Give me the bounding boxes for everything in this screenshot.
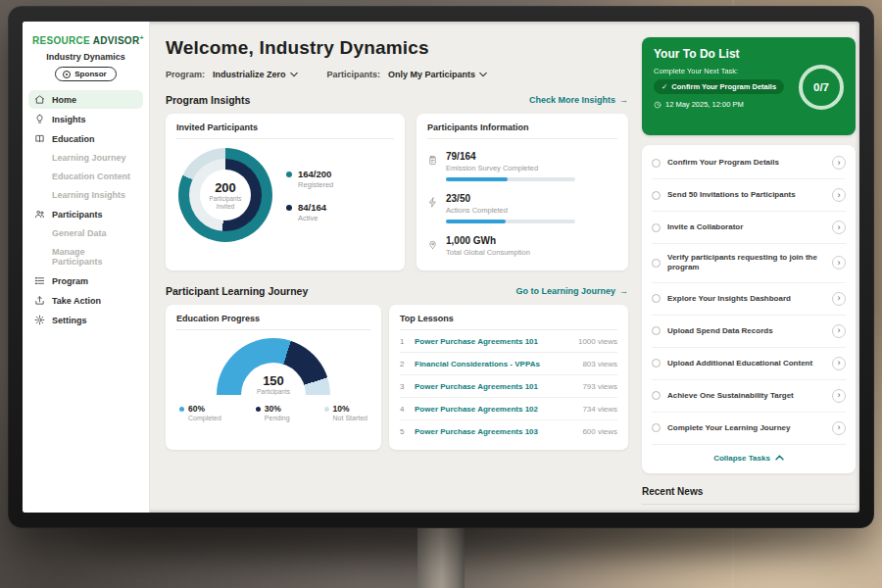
task-checkbox[interactable] — [652, 391, 661, 400]
task-checkbox[interactable] — [652, 326, 661, 335]
task-open-button[interactable]: › — [832, 292, 846, 306]
sidebar-item-home[interactable]: Home — [28, 90, 143, 109]
metric-label: Actions Completed — [446, 206, 575, 215]
sidebar-item-label: Take Action — [52, 296, 101, 306]
screen: RESOURCE ADVISOR+ Industry Dynamics Spon… — [23, 22, 859, 513]
app-logo: RESOURCE ADVISOR+ — [23, 22, 149, 50]
sidebar-item-label: Learning Insights — [52, 190, 125, 200]
legend-item-active: 84/164 Active — [286, 202, 333, 222]
collapse-tasks-button[interactable]: Collapse Tasks — [652, 445, 846, 471]
todo-tasks-card: Confirm Your Program Details › Send 50 I… — [642, 145, 856, 473]
task-row[interactable]: Confirm Your Program Details › — [652, 147, 846, 179]
lesson-link[interactable]: Financial Considerations - VPPAs — [415, 360, 575, 368]
sidebar-item-settings[interactable]: Settings — [28, 311, 143, 329]
sidebar-item-education-content[interactable]: Education Content — [28, 168, 143, 185]
task-checkbox[interactable] — [652, 259, 661, 268]
lesson-row: 2 Financial Considerations - VPPAs 803 v… — [400, 353, 617, 375]
task-checkbox[interactable] — [652, 159, 661, 168]
progress-bar-actions — [446, 220, 575, 223]
task-row[interactable]: Invite a Collaborator › — [652, 212, 846, 244]
check-more-insights-link[interactable]: Check More Insights → — [529, 95, 628, 105]
go-to-learning-journey-link[interactable]: Go to Learning Journey → — [515, 286, 628, 296]
chevron-right-icon: › — [838, 294, 841, 303]
sidebar-item-education[interactable]: Education — [28, 129, 143, 148]
sidebar-item-program[interactable]: Program — [28, 271, 143, 290]
task-row[interactable]: Achieve One Sustainability Target › — [652, 380, 846, 413]
task-open-button[interactable]: › — [832, 389, 846, 403]
sponsor-badge-icon — [63, 71, 71, 78]
education-progress-card: Education Progress 150 Participants — [166, 305, 381, 450]
lesson-link[interactable]: Power Purchase Agreements 102 — [415, 405, 575, 414]
task-open-button[interactable]: › — [832, 156, 846, 170]
sidebar: RESOURCE ADVISOR+ Industry Dynamics Spon… — [23, 22, 150, 513]
sidebar-item-label: Insights — [52, 115, 86, 124]
arrow-right-icon: → — [619, 286, 628, 296]
card-title: Top Lessons — [400, 314, 617, 330]
sidebar-item-take-action[interactable]: Take Action — [28, 291, 143, 310]
sidebar-item-general-data[interactable]: General Data — [28, 224, 143, 242]
recent-news-heading: Recent News — [642, 486, 856, 505]
journey-cards-row: Education Progress 150 Participants — [166, 305, 628, 450]
brand-name: RESOURCE — [32, 35, 90, 46]
task-open-button[interactable]: › — [832, 357, 846, 370]
legend-item-registered: 164/200 Registered — [286, 169, 333, 189]
lesson-rank: 4 — [400, 405, 408, 414]
todo-column: Your To Do List Complete Your Next Task:… — [642, 37, 856, 505]
task-open-button[interactable]: › — [832, 188, 846, 202]
donut-legend: 164/200 Registered 84/164 Active — [286, 169, 333, 222]
participants-filter-select[interactable]: Only My Participants — [388, 70, 487, 79]
sidebar-item-manage-participants[interactable]: Manage Participants — [28, 243, 143, 270]
task-open-button[interactable]: › — [832, 256, 846, 270]
lesson-row: 3 Power Purchase Agreements 101 793 view… — [400, 375, 617, 398]
legend-dot-pending — [256, 407, 261, 412]
task-open-button[interactable]: › — [832, 324, 846, 338]
task-row[interactable]: Verify participants requesting to join t… — [652, 244, 846, 283]
lesson-link[interactable]: Power Purchase Agreements 101 — [415, 382, 575, 391]
task-checkbox[interactable] — [652, 423, 661, 432]
card-title: Invited Participants — [176, 122, 394, 139]
metric-label: Emission Survey Completed — [446, 164, 575, 172]
task-checkbox[interactable] — [652, 191, 661, 200]
gear-icon — [34, 315, 45, 325]
task-row[interactable]: Complete Your Learning Journey › — [652, 413, 846, 445]
clipboard-icon — [427, 152, 438, 163]
task-row[interactable]: Upload Additional Educational Content › — [652, 348, 846, 380]
brand-suffix: ADVISOR — [93, 35, 140, 46]
sidebar-item-label: Education — [52, 134, 95, 144]
sidebar-item-label: General Data — [52, 228, 107, 238]
home-icon — [34, 94, 45, 105]
lesson-link[interactable]: Power Purchase Agreements 103 — [415, 427, 575, 436]
sidebar-item-label: Learning Journey — [52, 153, 126, 163]
task-row[interactable]: Send 50 Invitations to Participants › — [652, 179, 846, 212]
task-open-button[interactable]: › — [832, 220, 846, 234]
next-task-pill[interactable]: ✓ Confirm Your Program Details — [654, 79, 784, 94]
metric-row-survey: 79/164 Emission Survey Completed — [427, 151, 617, 181]
task-open-button[interactable]: › — [832, 421, 846, 435]
legend-item-completed: 60% Completed — [179, 404, 221, 421]
task-checkbox[interactable] — [652, 223, 661, 232]
lesson-link[interactable]: Power Purchase Agreements 101 — [415, 337, 571, 346]
lesson-rank: 5 — [400, 427, 408, 436]
task-checkbox[interactable] — [652, 359, 661, 368]
metric-row-consumption: 1,000 GWh Total Global Consumption — [427, 235, 617, 257]
check-icon: ✓ — [662, 82, 667, 91]
program-filter-select[interactable]: Industrialize Zero — [213, 70, 298, 79]
sidebar-item-participants[interactable]: Participants — [28, 205, 143, 223]
lesson-views: 600 views — [582, 427, 617, 436]
sidebar-item-insights[interactable]: Insights — [28, 110, 143, 128]
program-insights-header: Program Insights Check More Insights → — [166, 94, 628, 106]
list-icon — [34, 275, 45, 286]
monitor-stand — [417, 526, 465, 588]
insights-cards-row: Invited Participants 200 Participants In… — [166, 114, 628, 270]
task-row[interactable]: Upload Spend Data Records › — [652, 316, 846, 348]
task-checkbox[interactable] — [652, 294, 661, 303]
todo-title: Your To Do List — [654, 47, 844, 61]
sidebar-item-learning-insights[interactable]: Learning Insights — [28, 186, 143, 204]
lesson-row: 5 Power Purchase Agreements 103 600 view… — [400, 420, 617, 442]
gauge-center-value: 150 — [217, 373, 330, 388]
book-icon — [34, 133, 45, 144]
card-title: Participants Information — [427, 122, 617, 139]
sidebar-item-label: Education Content — [52, 172, 130, 181]
task-row[interactable]: Explore Your Insights Dashboard › — [652, 283, 846, 316]
sidebar-item-learning-journey[interactable]: Learning Journey — [28, 149, 143, 167]
